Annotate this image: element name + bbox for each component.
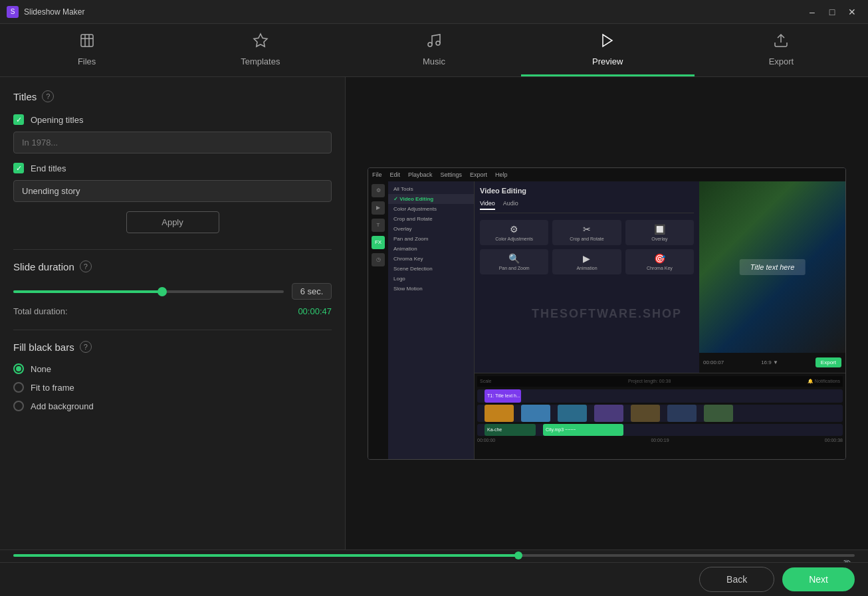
inner-tool-crop[interactable]: ✂ Crop and Rotate — [552, 220, 621, 245]
inner-panel-crop[interactable]: Crop and Rotate — [388, 214, 474, 224]
slide-duration-track[interactable] — [13, 290, 284, 293]
inner-sidebar-text[interactable]: T — [372, 219, 385, 232]
inner-title-clip[interactable]: T1: Title text h... — [485, 389, 521, 403]
inner-panel-logo[interactable]: Logo — [388, 274, 474, 284]
inner-menu-playback[interactable]: Playback — [408, 171, 433, 178]
titles-section-header: Titles ? — [13, 90, 332, 102]
nav-templates[interactable]: Templates — [173, 24, 347, 76]
inner-panel-scene[interactable]: Scene Detection — [388, 264, 474, 274]
inner-sidebar: ⚙ ▶ T FX ◷ — [368, 181, 388, 459]
progress-row — [13, 554, 855, 557]
inner-panel-all-tools[interactable]: All Tools — [388, 184, 474, 194]
inner-preview-pane: Title text here 00:00:07 16:9 ▼ Export — [699, 181, 845, 373]
radio-fit[interactable] — [13, 382, 24, 393]
radio-none[interactable] — [13, 363, 24, 374]
inner-sidebar-tools[interactable]: ⚙ — [372, 184, 385, 197]
inner-panel-color[interactable]: Color Adjustments — [388, 204, 474, 214]
svg-point-5 — [428, 43, 432, 47]
inner-tabs: Video Audio — [480, 200, 694, 213]
inner-menu-edit[interactable]: Edit — [390, 171, 401, 178]
radio-background[interactable] — [13, 401, 24, 411]
inner-clip-2[interactable] — [521, 405, 550, 422]
radio-background-label: Add background — [31, 401, 94, 411]
inner-panel-video-editing[interactable]: ✓ Video Editing — [388, 194, 474, 204]
inner-export-button[interactable]: Export — [815, 357, 841, 367]
inner-audio-clip-2[interactable]: City.mp3 ~~~~ — [543, 424, 623, 436]
inner-panel-overlay[interactable]: Overlay — [388, 224, 474, 234]
inner-clip-1[interactable] — [485, 405, 514, 422]
inner-panel-chroma[interactable]: Chroma Key — [388, 254, 474, 264]
inner-panel: All Tools ✓ Video Editing Color Adjustme… — [388, 181, 475, 459]
next-button[interactable]: Next — [782, 567, 855, 591]
end-titles-input[interactable] — [13, 180, 332, 202]
maximize-button[interactable]: □ — [823, 3, 841, 21]
inner-clip-4[interactable] — [594, 405, 623, 422]
slide-duration-thumb[interactable] — [158, 287, 167, 296]
opening-titles-checkbox[interactable]: ✓ — [13, 114, 24, 125]
fill-black-help-icon[interactable]: ? — [80, 341, 92, 353]
inner-menu-file[interactable]: File — [372, 171, 382, 178]
inner-sidebar-fx[interactable]: FX — [372, 236, 385, 249]
color-adjustments-label: Color Adjustments — [495, 237, 533, 241]
right-panel: File Edit Playback Settings Export Help … — [346, 77, 868, 549]
svg-marker-7 — [603, 35, 612, 47]
inner-panel-pan-zoom[interactable]: Pan and Zoom — [388, 234, 474, 244]
nav-music[interactable]: Music — [347, 24, 520, 76]
progress-thumb[interactable] — [514, 551, 522, 559]
inner-clip-5[interactable] — [631, 405, 660, 422]
inner-audio-clip-1[interactable]: Ka-che — [485, 424, 536, 436]
radio-fit-label: Fit to frame — [31, 383, 74, 393]
opening-titles-input[interactable] — [13, 132, 332, 153]
titles-label: Titles — [13, 91, 37, 102]
inner-tools-title: Video Editing — [480, 187, 694, 195]
slide-duration-help-icon[interactable]: ? — [80, 260, 92, 272]
inner-clip-6[interactable] — [667, 405, 697, 422]
inner-menubar: File Edit Playback Settings Export Help — [368, 168, 845, 181]
inner-panel-slow-motion[interactable]: Slow Motion — [388, 284, 474, 294]
minimize-button[interactable]: – — [803, 3, 821, 21]
inner-tool-chroma[interactable]: 🎯 Chroma Key — [625, 249, 694, 274]
inner-timeline-bottom: 00:00:00 00:00:19 00:00:38 — [477, 438, 843, 443]
progress-fill — [13, 554, 518, 557]
inner-clip-3[interactable] — [558, 405, 587, 422]
inner-tab-video[interactable]: Video — [480, 200, 495, 210]
nav-files[interactable]: Files — [0, 24, 173, 76]
titlebar-controls: – □ ✕ — [803, 3, 861, 21]
inner-tab-audio[interactable]: Audio — [503, 200, 518, 210]
app-icon: S — [7, 6, 19, 18]
inner-tool-pan-zoom[interactable]: 🔍 Pan and Zoom — [480, 249, 548, 274]
crop-icon: ✂ — [583, 224, 591, 235]
inner-menu-help[interactable]: Help — [495, 171, 508, 178]
inner-timeline-title-track: T1: Title text h... — [477, 389, 843, 403]
titles-help-icon[interactable]: ? — [42, 90, 54, 102]
inner-menu-export[interactable]: Export — [470, 171, 487, 178]
nav-export-label: Export — [769, 56, 794, 66]
inner-panel-animation[interactable]: Animation — [388, 244, 474, 254]
inner-clip-7[interactable] — [704, 405, 733, 422]
inner-tool-overlay[interactable]: 🔲 Overlay — [625, 220, 694, 245]
main-content: Titles ? ✓ Opening titles ✓ End titles A… — [0, 77, 868, 549]
inner-preview-controls: 00:00:07 16:9 ▼ Export — [699, 353, 845, 373]
progress-track[interactable] — [13, 554, 855, 557]
svg-point-6 — [436, 41, 440, 45]
color-adjustments-icon: ⚙ — [510, 224, 518, 235]
back-button[interactable]: Back — [699, 567, 774, 592]
radio-none-row[interactable]: None — [13, 363, 332, 374]
nav-music-label: Music — [423, 56, 445, 66]
radio-fit-row[interactable]: Fit to frame — [13, 382, 332, 393]
end-titles-checkbox[interactable]: ✓ — [13, 163, 24, 173]
close-button[interactable]: ✕ — [843, 3, 861, 21]
inner-sidebar-clock[interactable]: ◷ — [372, 253, 385, 266]
apply-button[interactable]: Apply — [126, 211, 219, 233]
nav-export[interactable]: Export — [695, 24, 868, 76]
music-icon — [426, 33, 442, 52]
inner-tool-animation[interactable]: ▶ Animation — [552, 249, 621, 274]
nav-preview[interactable]: Preview — [521, 24, 695, 76]
radio-background-row[interactable]: Add background — [13, 401, 332, 411]
titlebar-left: S Slideshow Maker — [7, 6, 84, 18]
inner-tool-color[interactable]: ⚙ Color Adjustments — [480, 220, 548, 245]
overlay-label: Overlay — [651, 237, 667, 241]
chroma-key-icon: 🎯 — [654, 253, 665, 264]
inner-menu-settings[interactable]: Settings — [441, 171, 463, 178]
inner-sidebar-media[interactable]: ▶ — [372, 201, 385, 215]
